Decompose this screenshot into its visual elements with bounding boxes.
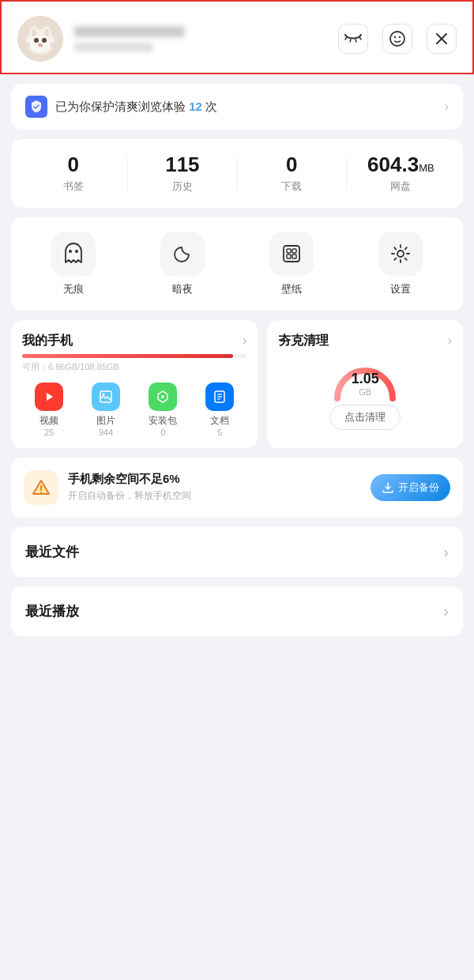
- stat-downloads-number: 0: [238, 153, 346, 176]
- protection-text: 已为你保护清爽浏览体验 12 次: [55, 100, 438, 115]
- backup-subtitle: 开启自动备份，释放手机空间: [68, 489, 361, 503]
- action-night[interactable]: 暗夜: [128, 232, 237, 296]
- stat-cloud[interactable]: 604.3MB 网盘: [347, 153, 455, 194]
- svg-rect-26: [287, 254, 291, 258]
- my-phone-chevron[interactable]: ›: [243, 334, 246, 348]
- svg-point-7: [34, 38, 39, 43]
- face-button[interactable]: [382, 24, 412, 54]
- protection-chevron: ›: [445, 100, 449, 114]
- apk-app-count: 0: [136, 428, 190, 437]
- protection-banner[interactable]: 已为你保护清爽浏览体验 12 次 ›: [11, 84, 463, 130]
- image-app-icon: [92, 383, 120, 411]
- svg-rect-27: [292, 254, 296, 258]
- stat-cloud-number: 604.3MB: [347, 153, 455, 176]
- recent-play-chevron: ›: [443, 602, 449, 620]
- storage-progress-bar: [22, 354, 246, 358]
- cleanup-gauge: 1.05 GB: [329, 359, 401, 398]
- doc-app-count: 5: [193, 428, 246, 437]
- recent-files-title: 最近文件: [25, 543, 79, 561]
- cleanup-button[interactable]: 点击清理: [329, 405, 401, 430]
- user-name-blur: [74, 26, 185, 37]
- header-icons: [338, 24, 457, 54]
- video-app-label: 视频: [22, 414, 76, 428]
- action-settings-label: 设置: [346, 282, 455, 296]
- image-app-label: 图片: [79, 414, 133, 428]
- phone-app-apk[interactable]: 安装包 0: [136, 383, 190, 437]
- stats-card: 0 书签 115 历史 0 下载 604.3MB 网盘: [11, 139, 463, 208]
- my-phone-title: 我的手机: [22, 333, 73, 349]
- svg-marker-29: [47, 393, 53, 401]
- svg-point-22: [75, 250, 78, 253]
- backup-text-wrap: 手机剩余空间不足6% 开启自动备份，释放手机空间: [68, 472, 361, 503]
- cleanup-title: 夯克清理: [278, 333, 329, 349]
- svg-point-17: [394, 36, 396, 38]
- recent-files-section[interactable]: 最近文件 ›: [11, 527, 463, 577]
- backup-action-button[interactable]: 开启备份: [371, 474, 450, 501]
- stat-history[interactable]: 115 历史: [128, 153, 236, 194]
- stat-bookmarks-number: 0: [19, 153, 127, 176]
- action-wallpaper-label: 壁纸: [237, 282, 346, 296]
- protection-suffix: 次: [205, 100, 217, 113]
- wallpaper-icon: [269, 232, 314, 276]
- apk-app-icon: [149, 383, 177, 411]
- recent-files-chevron: ›: [443, 543, 449, 561]
- my-phone-title-row: 我的手机 ›: [22, 333, 246, 349]
- svg-rect-25: [292, 249, 296, 253]
- backup-title: 手机剩余空间不足6%: [68, 472, 361, 487]
- recent-play-section[interactable]: 最近播放 ›: [11, 586, 463, 636]
- action-incognito[interactable]: 无痕: [19, 232, 128, 296]
- recent-play-title: 最近播放: [25, 602, 79, 620]
- stat-bookmarks[interactable]: 0 书签: [19, 153, 127, 194]
- actions-card: 无痕 暗夜 壁纸: [11, 217, 463, 311]
- cleanup-chevron[interactable]: ›: [448, 334, 452, 348]
- protection-prefix: 已为你保护清爽浏览体验: [55, 100, 186, 113]
- gauge-number: 1.05: [352, 371, 379, 387]
- image-app-count: 944: [79, 428, 133, 437]
- action-settings[interactable]: 设置: [346, 232, 455, 296]
- storage-text: 可用：6.86GB/108.85GB: [22, 361, 246, 373]
- action-wallpaper[interactable]: 壁纸: [237, 232, 346, 296]
- svg-point-16: [390, 32, 404, 46]
- eye-close-button[interactable]: [338, 24, 368, 54]
- settings-icon: [378, 232, 423, 276]
- video-app-count: 25: [22, 428, 76, 437]
- svg-rect-24: [287, 249, 291, 253]
- apk-app-label: 安装包: [136, 414, 190, 428]
- ghost-icon: [51, 232, 96, 276]
- stat-bookmarks-label: 书签: [19, 179, 127, 194]
- svg-point-21: [69, 250, 72, 253]
- protection-count: 12: [189, 100, 202, 113]
- backup-banner: 手机剩余空间不足6% 开启自动备份，释放手机空间 开启备份: [11, 458, 463, 518]
- gauge-unit: GB: [352, 387, 379, 397]
- action-incognito-label: 无痕: [19, 282, 128, 296]
- svg-point-18: [399, 36, 401, 38]
- stat-downloads[interactable]: 0 下载: [238, 153, 346, 194]
- gauge-text: 1.05 GB: [352, 371, 379, 397]
- cleanup-title-row: 夯克清理 ›: [278, 333, 452, 349]
- doc-app-icon: [205, 383, 234, 411]
- phone-apps-row: 视频 25 图片 944: [22, 383, 246, 437]
- phone-app-video[interactable]: 视频 25: [22, 383, 76, 437]
- shield-icon: [25, 96, 47, 118]
- svg-point-8: [42, 38, 47, 43]
- stat-history-number: 115: [128, 153, 236, 176]
- backup-warning-icon: [24, 470, 58, 505]
- stat-downloads-label: 下载: [238, 179, 346, 194]
- two-col-row: 我的手机 › 可用：6.86GB/108.85GB 视频 25: [11, 320, 463, 448]
- svg-rect-23: [284, 246, 299, 262]
- phone-app-image[interactable]: 图片 944: [79, 383, 133, 437]
- user-info: [74, 26, 338, 51]
- avatar[interactable]: [17, 16, 63, 62]
- svg-point-28: [397, 251, 404, 257]
- doc-app-label: 文档: [193, 414, 246, 428]
- phone-app-docs[interactable]: 文档 5: [193, 383, 246, 437]
- svg-point-32: [161, 395, 164, 398]
- backup-action-label: 开启备份: [398, 481, 439, 495]
- action-night-label: 暗夜: [128, 282, 237, 296]
- close-button[interactable]: [427, 24, 457, 54]
- stat-history-label: 历史: [128, 179, 236, 194]
- my-phone-card: 我的手机 › 可用：6.86GB/108.85GB 视频 25: [11, 320, 258, 448]
- header-bar: [0, 0, 474, 74]
- video-app-icon: [35, 383, 63, 411]
- storage-progress-fill: [22, 354, 233, 358]
